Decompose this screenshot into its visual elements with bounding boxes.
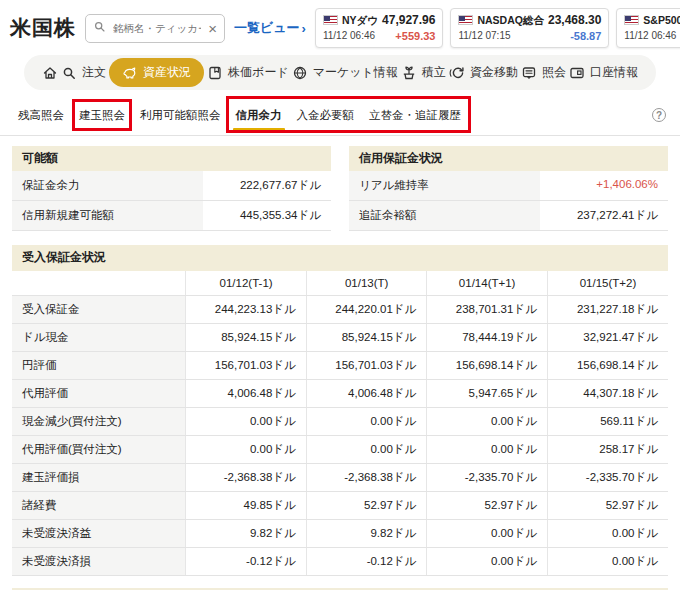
tab-label: 残高照会 bbox=[18, 108, 64, 123]
us-flag-icon bbox=[458, 15, 473, 25]
tab-6[interactable]: 立替金・追証履歴 bbox=[369, 95, 461, 135]
app-title: 米国株 bbox=[10, 14, 76, 42]
row-value: -2,335.70ドル bbox=[547, 463, 668, 491]
nav-item-fund-transfer[interactable]: 資金移動 bbox=[449, 64, 518, 81]
help-icon[interactable]: ? bbox=[652, 108, 666, 122]
row-value: 4,006.48ドル bbox=[186, 379, 307, 407]
nav-item-inquiry[interactable]: 照会 bbox=[521, 64, 566, 81]
nav-item-price-board[interactable]: 株価ボード bbox=[207, 64, 289, 81]
nav-item-label: 株価ボード bbox=[228, 64, 289, 81]
tab-3[interactable]: 利用可能額照会 bbox=[140, 95, 221, 135]
nav-item-assets[interactable]: 資産状況 bbox=[109, 58, 204, 87]
margin-status-section: 信用保証金状況 リアル維持率+1,406.06%追証余裕額237,272.41ド… bbox=[349, 146, 668, 231]
row-value: -2,368.38ドル bbox=[186, 463, 307, 491]
symbol-search-box[interactable]: × bbox=[85, 14, 225, 43]
section-title: 信用保証金状況 bbox=[349, 146, 668, 171]
row-label: 代用評価 bbox=[12, 379, 186, 407]
row-label: 建玉評価損 bbox=[12, 463, 186, 491]
row-value: 0.00ドル bbox=[547, 547, 668, 575]
index-datetime: 11/12 07:15 bbox=[458, 29, 510, 43]
section-title: 受入保証金状況 bbox=[12, 245, 668, 270]
row-value: 49.85ドル bbox=[186, 491, 307, 519]
table-row: 追証余裕額237,272.41ドル bbox=[349, 201, 668, 231]
nav-item-label: マーケット情報 bbox=[313, 64, 398, 81]
row-value: 237,272.41ドル bbox=[540, 201, 668, 230]
deposit-status-table: 01/12(T-1)01/13(T)01/14(T+1)01/15(T+2) 受… bbox=[12, 271, 668, 576]
row-value: 0.00ドル bbox=[306, 407, 427, 435]
nav-item-label: 照会 bbox=[542, 64, 566, 81]
nav-item-savings[interactable]: 積立 bbox=[401, 64, 446, 81]
table-row: 円評価156,701.03ドル156,701.03ドル156,698.14ドル1… bbox=[12, 351, 668, 379]
row-value: 5,947.65ドル bbox=[427, 379, 548, 407]
row-value: 156,698.14ドル bbox=[427, 351, 548, 379]
tab-2[interactable]: 建玉照会 bbox=[79, 95, 125, 135]
row-label: 現金減少(買付注文) bbox=[12, 407, 186, 435]
index-card-2[interactable]: NASDAQ総合23,468.3011/12 07:15-58.87 bbox=[450, 8, 609, 48]
index-datetime: 11/12 06:46 bbox=[624, 29, 676, 43]
table-row: リアル維持率+1,406.06% bbox=[349, 171, 668, 201]
row-label: 諸経費 bbox=[12, 491, 186, 519]
sub-tab-bar: 残高照会建玉照会利用可能額照会信用余力入金必要額立替金・追証履歴 ? bbox=[0, 95, 680, 136]
row-value: -2,335.70ドル bbox=[427, 463, 548, 491]
row-value: 156,701.03ドル bbox=[306, 351, 427, 379]
board-icon bbox=[207, 65, 223, 81]
row-value: 9.82ドル bbox=[186, 519, 307, 547]
row-label: 保証金余力 bbox=[12, 171, 203, 200]
row-value: 52.97ドル bbox=[427, 491, 548, 519]
row-value: 0.00ドル bbox=[427, 407, 548, 435]
row-value: 44,307.18ドル bbox=[547, 379, 668, 407]
table-row: 諸経費49.85ドル52.97ドル52.97ドル52.97ドル bbox=[12, 491, 668, 519]
nav-item-orders[interactable]: 注文 bbox=[61, 64, 106, 81]
nav-item-home[interactable] bbox=[42, 65, 58, 81]
list-view-link[interactable]: 一覧ビュー › bbox=[234, 19, 306, 37]
table-row: 現金減少(買付注文)0.00ドル0.00ドル0.00ドル569.11ドル bbox=[12, 407, 668, 435]
row-value: 569.11ドル bbox=[547, 407, 668, 435]
symbol-search-input[interactable] bbox=[111, 21, 203, 35]
row-value: 258.17ドル bbox=[547, 435, 668, 463]
row-value: 238,701.31ドル bbox=[427, 295, 548, 323]
row-label: 代用評価(買付注文) bbox=[12, 435, 186, 463]
index-card-1[interactable]: NYダウ47,927.9611/12 06:46+559.33 bbox=[315, 8, 443, 48]
column-header-row: 01/12(T-1)01/13(T)01/14(T+1)01/15(T+2) bbox=[12, 271, 668, 296]
tab-5[interactable]: 入金必要額 bbox=[297, 95, 355, 135]
nav-item-label: 口座情報 bbox=[590, 64, 638, 81]
index-card-bottom-row: 11/12 06:46+14.17 bbox=[624, 29, 680, 44]
tab-label: 入金必要額 bbox=[297, 108, 355, 123]
row-value: +1,406.06% bbox=[540, 171, 668, 200]
table-row: 受入保証金244,223.13ドル244,220.01ドル238,701.31ド… bbox=[12, 295, 668, 323]
row-value: 32,921.47ドル bbox=[547, 323, 668, 351]
search-icon bbox=[61, 65, 77, 81]
tab-1[interactable]: 残高照会 bbox=[18, 95, 64, 135]
margin-rows: リアル維持率+1,406.06%追証余裕額237,272.41ドル bbox=[349, 171, 668, 231]
nav-item-account-info[interactable]: 口座情報 bbox=[569, 64, 638, 81]
search-clear-icon[interactable]: × bbox=[208, 21, 217, 36]
section-title: 可能額 bbox=[12, 146, 331, 171]
row-label: 受入保証金 bbox=[12, 295, 186, 323]
column-header: 01/15(T+2) bbox=[547, 271, 668, 296]
plant-icon bbox=[401, 65, 417, 81]
row-value: 85,924.15ドル bbox=[186, 323, 307, 351]
index-change: -58.87 bbox=[570, 29, 601, 44]
us-flag-icon bbox=[624, 15, 639, 25]
summary-sections: 可能額 保証金余力222,677.67ドル信用新規建可能額445,355.34ド… bbox=[0, 136, 680, 231]
tab-4[interactable]: 信用余力 bbox=[236, 95, 282, 135]
home-icon bbox=[42, 65, 58, 81]
row-label: 円評価 bbox=[12, 351, 186, 379]
nav-item-label: 資産状況 bbox=[143, 64, 191, 81]
deposit-table-body: 受入保証金244,223.13ドル244,220.01ドル238,701.31ド… bbox=[12, 295, 668, 575]
row-value: 0.00ドル bbox=[427, 519, 548, 547]
row-label: ドル現金 bbox=[12, 323, 186, 351]
row-value: 0.00ドル bbox=[306, 435, 427, 463]
inquiry-icon bbox=[521, 65, 537, 81]
tab-label: 信用余力 bbox=[236, 108, 282, 123]
table-row: 未受渡決済損-0.12ドル-0.12ドル0.00ドル0.00ドル bbox=[12, 547, 668, 575]
nav-item-market-info[interactable]: マーケット情報 bbox=[292, 64, 398, 81]
row-value: -2,368.38ドル bbox=[306, 463, 427, 491]
table-row: 建玉評価損-2,368.38ドル-2,368.38ドル-2,335.70ドル-2… bbox=[12, 463, 668, 491]
index-card-bottom-row: 11/12 07:15-58.87 bbox=[458, 29, 601, 44]
row-value: 4,006.48ドル bbox=[306, 379, 427, 407]
tab-label: 立替金・追証履歴 bbox=[369, 108, 461, 123]
index-name: S&P500 bbox=[643, 13, 680, 28]
row-value: -0.12ドル bbox=[306, 547, 427, 575]
index-card-3[interactable]: S&P5006,846.6111/12 06:46+14.17 bbox=[616, 8, 680, 48]
